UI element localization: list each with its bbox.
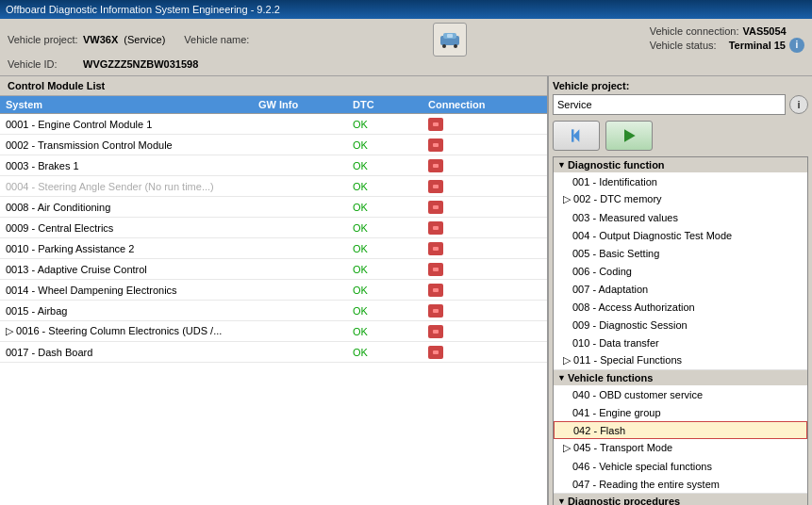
connection-icon bbox=[428, 304, 443, 318]
project-info-button[interactable]: i bbox=[789, 95, 808, 114]
svg-point-2 bbox=[442, 44, 446, 48]
collapse-arrow: ▼ bbox=[557, 373, 566, 383]
cell-dtc: OK bbox=[353, 347, 428, 358]
table-row[interactable]: 0009 - Central Electrics OK bbox=[0, 218, 547, 238]
cell-dtc: OK bbox=[353, 181, 428, 192]
svg-marker-29 bbox=[573, 129, 580, 141]
left-panel: Control Module List System GW Info DTC C… bbox=[0, 76, 549, 505]
connection-icon bbox=[428, 118, 443, 131]
cell-dtc: OK bbox=[353, 202, 428, 213]
table-row[interactable]: 0014 - Wheel Dampening Electronics OK bbox=[0, 280, 547, 301]
tree-section-header[interactable]: ▼ Vehicle functions bbox=[554, 370, 807, 385]
tree-item[interactable]: 010 - Data transfer bbox=[554, 334, 807, 351]
svg-marker-31 bbox=[624, 129, 636, 141]
connection-icon bbox=[428, 263, 443, 276]
cell-dtc: OK bbox=[353, 222, 428, 234]
table-row[interactable]: 0017 - Dash Board OK bbox=[0, 342, 547, 363]
connection-icon bbox=[428, 159, 443, 172]
project-dropdown[interactable]: Service bbox=[553, 94, 786, 115]
table-row[interactable]: 0003 - Brakes 1 OK bbox=[0, 155, 547, 176]
tree-section-header[interactable]: ▼ Diagnostic procedures bbox=[554, 494, 807, 505]
tree-item[interactable]: 009 - Diagnostic Session bbox=[554, 316, 807, 334]
vehicle-connection-value: VAS5054 bbox=[742, 25, 786, 37]
col-dtc: DTC bbox=[353, 99, 428, 110]
tree-item-label: 004 - Output Diagnostic Test Mode bbox=[572, 230, 732, 241]
table-row[interactable]: 0004 - Steering Angle Sender (No run tim… bbox=[0, 176, 547, 197]
tree-item-label: 005 - Basic Setting bbox=[572, 248, 659, 259]
tree-item-label: ▷ 002 - DTC memory bbox=[563, 193, 662, 205]
tree-section: ▼ Diagnostic function001 - Identificatio… bbox=[554, 157, 807, 370]
tree-item[interactable]: 008 - Access Authorization bbox=[554, 298, 807, 316]
vehicle-status-label: Vehicle status: bbox=[650, 40, 725, 51]
toolbar-row bbox=[553, 121, 808, 151]
vehicle-connection-label: Vehicle connection: bbox=[650, 25, 739, 37]
cell-connection bbox=[428, 242, 522, 255]
tree-section: ▼ Diagnostic procedures060 - GFF bbox=[554, 494, 807, 505]
tree-item[interactable]: ▷ 002 - DTC memory bbox=[554, 190, 807, 208]
tree-item[interactable]: 003 - Measured values bbox=[554, 208, 807, 226]
connection-icon bbox=[428, 221, 443, 235]
cell-connection bbox=[428, 180, 522, 193]
table-row[interactable]: ▷ 0016 - Steering Column Electronics (UD… bbox=[0, 321, 547, 342]
svg-rect-12 bbox=[433, 185, 439, 188]
svg-rect-18 bbox=[433, 247, 439, 251]
tree-item[interactable]: 001 - Identification bbox=[554, 172, 807, 190]
table-row[interactable]: 0002 - Transmission Control Module OK bbox=[0, 135, 547, 155]
title-text: Offboard Diagnostic Information System E… bbox=[6, 4, 280, 15]
tree-item-label: 010 - Data transfer bbox=[572, 337, 659, 349]
vehicle-name-label: Vehicle name: bbox=[184, 34, 259, 45]
cell-connection bbox=[428, 304, 522, 318]
cell-system: ▷ 0016 - Steering Column Electronics (UD… bbox=[6, 325, 258, 337]
svg-rect-14 bbox=[433, 205, 439, 209]
svg-rect-16 bbox=[433, 226, 439, 230]
project-dropdown-row: Service i bbox=[553, 94, 808, 115]
table-row[interactable]: 0015 - Airbag OK bbox=[0, 301, 547, 321]
table-row[interactable]: 0010 - Parking Assistance 2 OK bbox=[0, 238, 547, 259]
svg-rect-22 bbox=[433, 288, 439, 292]
tree-item[interactable]: 040 - OBD customer service bbox=[554, 385, 807, 403]
tree-item[interactable]: ▷ 011 - Special Functions bbox=[554, 351, 807, 369]
cell-connection bbox=[428, 201, 522, 214]
col-scroll-spacer bbox=[522, 99, 541, 110]
tree-item[interactable]: 005 - Basic Setting bbox=[554, 244, 807, 262]
section-label: Vehicle functions bbox=[568, 372, 653, 383]
cell-dtc: OK bbox=[353, 285, 428, 296]
section-label: Diagnostic function bbox=[568, 159, 665, 171]
control-module-title: Control Module List bbox=[0, 76, 547, 96]
tree-item[interactable]: 047 - Reading the entire system bbox=[554, 475, 807, 493]
connection-icon bbox=[428, 180, 443, 193]
tree-item[interactable]: 007 - Adaptation bbox=[554, 280, 807, 298]
table-row[interactable]: 0013 - Adaptive Cruise Control OK bbox=[0, 259, 547, 280]
cell-system: 0014 - Wheel Dampening Electronics bbox=[6, 285, 258, 296]
back-button[interactable] bbox=[553, 121, 600, 151]
tree-section-header[interactable]: ▼ Diagnostic function bbox=[554, 157, 807, 172]
tree-item[interactable]: 046 - Vehicle special functions bbox=[554, 457, 807, 475]
cell-system: 0004 - Steering Angle Sender (No run tim… bbox=[6, 181, 258, 192]
cell-dtc: OK bbox=[353, 326, 428, 337]
tree-item[interactable]: 006 - Coding bbox=[554, 262, 807, 280]
vehicle-icon[interactable] bbox=[433, 23, 467, 57]
tree-item-label: 009 - Diagnostic Session bbox=[572, 319, 688, 331]
right-panel: Vehicle project: Service i ▼ Diagnostic … bbox=[549, 76, 812, 505]
tree-container[interactable]: ▼ Diagnostic function001 - Identificatio… bbox=[553, 156, 808, 505]
svg-rect-4 bbox=[447, 34, 453, 38]
cell-system: 0015 - Airbag bbox=[6, 305, 258, 317]
svg-rect-26 bbox=[433, 330, 439, 334]
tree-item[interactable]: 042 - Flash bbox=[554, 421, 807, 439]
status-info-icon[interactable]: i bbox=[789, 38, 804, 53]
connection-icon bbox=[428, 242, 443, 255]
vehicle-id-label: Vehicle ID: bbox=[8, 58, 83, 70]
table-row[interactable]: 0008 - Air Conditioning OK bbox=[0, 197, 547, 218]
tree-item[interactable]: ▷ 045 - Transport Mode bbox=[554, 439, 807, 457]
tree-item-label: 007 - Adaptation bbox=[572, 284, 648, 295]
tree-item[interactable]: 041 - Engine group bbox=[554, 403, 807, 421]
table-body[interactable]: 0001 - Engine Control Module 1 OK 0002 -… bbox=[0, 114, 547, 505]
car-icon bbox=[439, 28, 461, 51]
play-button[interactable] bbox=[605, 121, 653, 151]
cell-dtc: OK bbox=[353, 264, 428, 275]
table-row[interactable]: 0001 - Engine Control Module 1 OK bbox=[0, 114, 547, 135]
cell-connection bbox=[428, 263, 522, 276]
cell-system: 0017 - Dash Board bbox=[6, 347, 258, 358]
svg-rect-30 bbox=[572, 129, 574, 141]
tree-item[interactable]: 004 - Output Diagnostic Test Mode bbox=[554, 226, 807, 244]
